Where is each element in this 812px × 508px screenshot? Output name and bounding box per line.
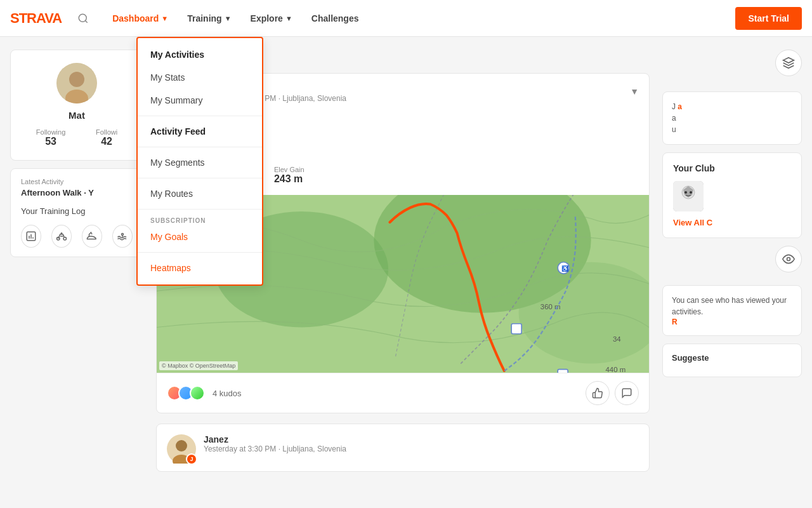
strava-logo[interactable]: STRAVA (10, 10, 62, 27)
dropdown-section-main: My Activities My Stats My Summary (138, 43, 262, 112)
followers-stat: Followi 42 (96, 128, 117, 147)
right-text-card-2: You can see who has viewed your activiti… (662, 285, 802, 336)
shoe-icon[interactable] (82, 225, 102, 248)
kudos-avatar-3 (190, 385, 205, 401)
activity-avatar-2[interactable]: J (167, 434, 196, 464)
navbar: STRAVA Dashboard ▼ Training ▼ Explore ▼ … (0, 0, 812, 37)
nav-items: Dashboard ▼ Training ▼ Explore ▼ Challen… (103, 8, 735, 29)
avatar[interactable] (56, 63, 97, 104)
explore-chevron: ▼ (285, 15, 292, 22)
right-card-text-1: J a a u (672, 101, 792, 135)
right-card-text-2: You can see who has viewed your activiti… (672, 295, 792, 318)
activity-time-2: Yesterday at 3:30 PM · Ljubljana, Sloven… (204, 444, 639, 453)
dropdown-divider-3 (138, 178, 262, 178)
activity-header-2: J Janez Yesterday at 3:30 PM · Ljubljana… (157, 424, 649, 471)
right-card-link-1[interactable]: a (678, 102, 682, 111)
svg-point-33 (684, 191, 687, 194)
training-label: Training (187, 13, 221, 23)
profile-name: Mat (21, 110, 133, 121)
latest-activity-label: Latest Activity (21, 178, 133, 185)
svg-point-35 (787, 258, 790, 261)
dropdown-divider-2 (138, 147, 262, 147)
activity-meta-1: Matej Yesterday at 4:49 PM · Ljubljana, … (204, 84, 622, 103)
dropdown-my-routes[interactable]: My Routes (138, 182, 262, 205)
stat-elev: Elev Gain 243 m (274, 166, 304, 185)
kudos-button[interactable] (586, 381, 610, 405)
svg-text:440 m: 440 m (606, 366, 626, 373)
svg-text:34: 34 (613, 335, 621, 343)
dropdown-my-summary[interactable]: My Summary (138, 89, 262, 112)
svg-rect-25 (558, 370, 568, 373)
clubs-title: Your Club (673, 163, 791, 173)
eye-icon-button[interactable] (775, 246, 802, 272)
dropdown-my-goals[interactable]: My Goals (138, 225, 262, 248)
start-trial-button[interactable]: Start Trial (735, 7, 802, 30)
latest-activity-value: Afternoon Walk · Y (21, 188, 133, 197)
svg-point-34 (690, 191, 692, 194)
dashboard-dropdown: My Activities My Stats My Summary Activi… (136, 37, 263, 286)
dashboard-label: Dashboard (112, 13, 159, 23)
activity-options-chevron-1[interactable]: ▼ (630, 86, 639, 97)
right-card-link-2[interactable]: R (672, 318, 792, 326)
profile-card: Mat Following 53 Followi 42 (10, 50, 143, 161)
suggested-card: Suggeste (662, 344, 802, 377)
challenges-label: Challenges (311, 13, 359, 23)
suggested-title: Suggeste (672, 353, 792, 363)
activity-footer-1: 4 kudos (157, 373, 649, 413)
subscription-label: SUBSCRIPTION (138, 213, 262, 225)
activity-card-2: J Janez Yesterday at 3:30 PM · Ljubljana… (156, 424, 650, 472)
view-all-clubs-link[interactable]: View All C (673, 218, 791, 227)
activity-user-1[interactable]: Matej (204, 84, 622, 94)
club-logo-1[interactable] (673, 181, 704, 211)
elev-value: 243 m (274, 173, 304, 185)
search-icon[interactable] (73, 8, 93, 29)
page-layout: Mat Following 53 Followi 42 Latest Activ… (0, 37, 812, 485)
footer-actions (586, 381, 639, 405)
svg-point-3 (69, 72, 84, 87)
clubs-card: Your Club View All C (662, 152, 802, 238)
right-icon-section (662, 50, 802, 84)
activity-time-1: Yesterday at 4:49 PM · Ljubljana, Sloven… (204, 94, 622, 103)
map-attribution: © Mapbox © OpenStreetMap (159, 361, 238, 370)
right-text-card-1: J a a u (662, 91, 802, 145)
comment-button[interactable] (615, 381, 639, 405)
followers-label: Followi (96, 128, 117, 136)
training-chevron: ▼ (225, 15, 232, 22)
following-count: 53 (36, 136, 65, 147)
nav-training[interactable]: Training ▼ (178, 8, 240, 29)
dropdown-my-segments[interactable]: My Segments (138, 151, 262, 174)
svg-point-0 (79, 14, 86, 22)
segment-icon-button[interactable] (775, 50, 802, 76)
nav-challenges[interactable]: Challenges (303, 8, 368, 29)
sidebar-action-icons (21, 225, 133, 248)
explore-label: Explore (251, 13, 283, 23)
svg-point-11 (61, 233, 62, 234)
svg-point-12 (122, 234, 124, 236)
dropdown-my-stats[interactable]: My Stats (138, 66, 262, 89)
latest-activity-card: Latest Activity Afternoon Walk · Y Your … (10, 168, 143, 257)
dropdown-activity-feed[interactable]: Activity Feed (138, 120, 262, 143)
activity-user-2[interactable]: Janez (204, 434, 639, 444)
activity-avatar-badge-2: J (186, 453, 197, 465)
nav-explore[interactable]: Explore ▼ (242, 8, 301, 29)
nav-dashboard[interactable]: Dashboard ▼ (103, 8, 177, 29)
cycling-icon[interactable] (51, 225, 72, 248)
svg-point-29 (176, 440, 187, 451)
activity-meta-2: Janez Yesterday at 3:30 PM · Ljubljana, … (204, 434, 639, 453)
dropdown-my-activities[interactable]: My Activities (138, 43, 262, 66)
stats-icon[interactable] (21, 225, 41, 248)
kudos-count: 4 kudos (213, 389, 242, 398)
profile-stats: Following 53 Followi 42 (21, 128, 133, 147)
kudos-section: 4 kudos (167, 385, 242, 401)
training-log-link[interactable]: Your Training Log (21, 206, 133, 216)
elev-label: Elev Gain (274, 166, 304, 173)
eye-icon-section (662, 246, 802, 280)
swim-icon[interactable] (112, 225, 133, 248)
dropdown-heatmaps[interactable]: Heatmaps (138, 257, 262, 279)
dropdown-divider-1 (138, 116, 262, 116)
club-item-1 (673, 181, 791, 211)
following-label: Following (36, 128, 65, 136)
dropdown-divider-4 (138, 209, 262, 210)
right-sidebar: J a a u Your Club (662, 50, 802, 472)
dashboard-chevron: ▼ (161, 15, 168, 22)
